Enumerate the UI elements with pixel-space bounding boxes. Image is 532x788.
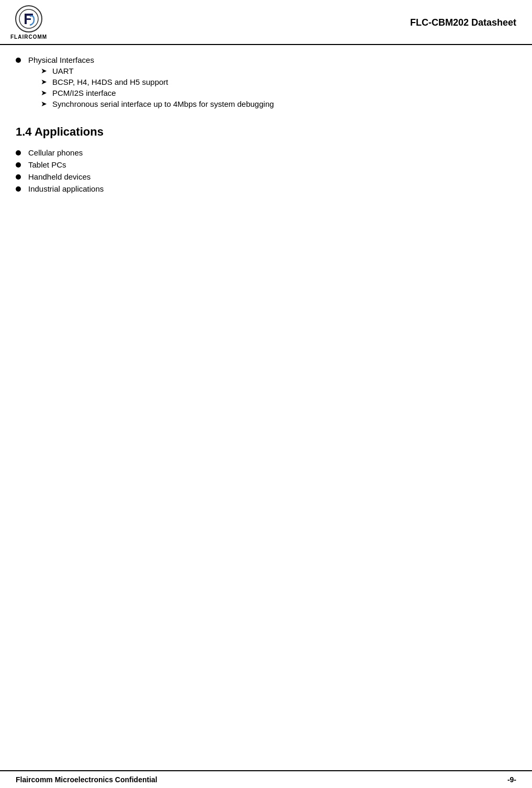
footer-right: -9- — [507, 775, 516, 784]
arrow-icon-4: ➤ — [41, 99, 47, 108]
sub-item-bcsp-text: BCSP, H4, H4DS and H5 support — [52, 77, 168, 86]
page-header: FLAIRCOMM FLC-CBM202 Datasheet — [0, 0, 532, 45]
logo-circle — [15, 5, 42, 32]
section-14-heading: 1.4 Applications — [16, 125, 516, 139]
bullet-dot-2 — [16, 162, 21, 168]
app-item-industrial: Industrial applications — [16, 184, 516, 193]
app-item-tablet: Tablet PCs — [16, 160, 516, 169]
app-cellular-text: Cellular phones — [28, 148, 83, 157]
logo-svg — [18, 8, 39, 29]
app-tablet-text: Tablet PCs — [28, 160, 66, 169]
sub-item-sync: ➤ Synchronous serial interface up to 4Mb… — [41, 99, 274, 108]
app-item-cellular: Cellular phones — [16, 148, 516, 157]
app-item-handheld: Handheld devices — [16, 172, 516, 181]
sub-list: ➤ UART ➤ BCSP, H4, H4DS and H5 support ➤… — [41, 66, 274, 108]
physical-interfaces-content: Physical Interfaces ➤ UART ➤ BCSP, H4, H… — [28, 56, 274, 110]
sub-item-sync-text: Synchronous serial interface up to 4Mbps… — [52, 99, 274, 108]
bullet-dot-4 — [16, 186, 21, 192]
physical-interfaces-item: Physical Interfaces ➤ UART ➤ BCSP, H4, H… — [16, 56, 516, 110]
footer-left: Flaircomm Microelectronics Confidential — [16, 775, 157, 784]
logo-text: FLAIRCOMM — [10, 34, 47, 40]
sub-item-bcsp: ➤ BCSP, H4, H4DS and H5 support — [41, 77, 274, 86]
bullet-dot — [16, 58, 21, 63]
physical-interfaces-list: Physical Interfaces ➤ UART ➤ BCSP, H4, H… — [16, 56, 516, 110]
content-area: Physical Interfaces ➤ UART ➤ BCSP, H4, H… — [0, 45, 532, 207]
bullet-dot-3 — [16, 174, 21, 180]
physical-interfaces-label: Physical Interfaces — [28, 56, 94, 64]
bullet-dot-1 — [16, 150, 21, 156]
app-industrial-text: Industrial applications — [28, 184, 104, 193]
app-handheld-text: Handheld devices — [28, 172, 90, 181]
applications-list: Cellular phones Tablet PCs Handheld devi… — [16, 148, 516, 193]
arrow-icon-2: ➤ — [41, 77, 47, 86]
arrow-icon-3: ➤ — [41, 88, 47, 97]
arrow-icon-1: ➤ — [41, 66, 47, 75]
sub-item-uart: ➤ UART — [41, 66, 274, 75]
header-title: FLC-CBM202 Datasheet — [410, 17, 516, 28]
svg-rect-3 — [25, 18, 31, 20]
sub-item-pcm: ➤ PCM/I2S interface — [41, 88, 274, 97]
logo-block: FLAIRCOMM — [10, 5, 47, 40]
sub-item-pcm-text: PCM/I2S interface — [52, 88, 116, 97]
page-footer: Flaircomm Microelectronics Confidential … — [0, 770, 532, 788]
page-container: FLAIRCOMM FLC-CBM202 Datasheet Physical … — [0, 0, 532, 788]
sub-item-uart-text: UART — [52, 66, 74, 75]
